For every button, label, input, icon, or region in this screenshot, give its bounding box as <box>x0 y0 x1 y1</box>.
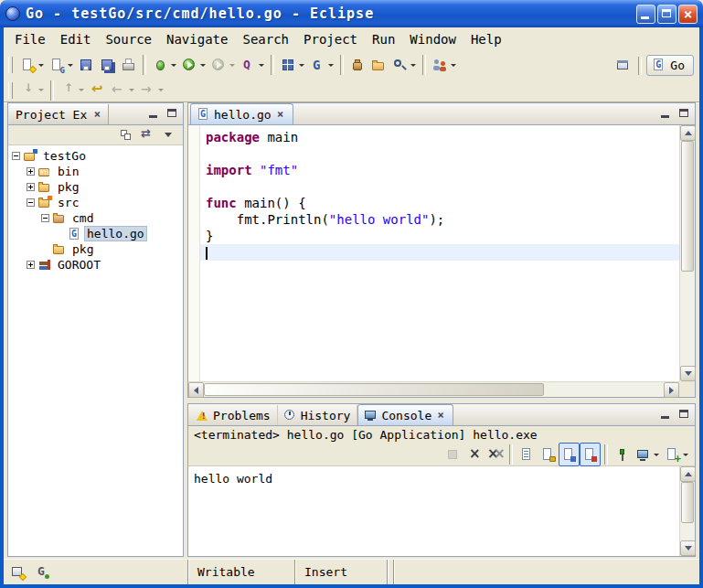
minimize-window-button[interactable] <box>636 5 655 24</box>
menu-navigate[interactable]: Navigate <box>159 30 235 48</box>
menu-search[interactable]: Search <box>235 30 296 48</box>
scroll-up-button[interactable] <box>680 125 696 141</box>
pin-console-button[interactable] <box>612 443 633 466</box>
clear-console-button[interactable] <box>517 443 538 466</box>
minimize-view-button[interactable] <box>658 408 674 422</box>
tree-expander[interactable] <box>27 261 35 269</box>
tree-item-src[interactable]: src <box>8 195 183 210</box>
code-line[interactable]: import "fmt" <box>200 162 679 178</box>
menu-window[interactable]: Window <box>402 30 463 48</box>
code-line[interactable] <box>200 178 679 195</box>
go-tools-button[interactable] <box>307 53 336 77</box>
tree-item-pkg[interactable]: pkg <box>8 179 183 195</box>
maximize-view-button[interactable] <box>676 107 692 121</box>
tree-expander[interactable] <box>41 214 49 222</box>
tree-expander[interactable] <box>27 183 35 191</box>
open-folder-button[interactable] <box>368 53 389 77</box>
explorer-tab-close-button[interactable] <box>91 108 102 121</box>
debug-button[interactable] <box>150 53 179 77</box>
save-all-button[interactable] <box>97 53 118 77</box>
fast-view-button[interactable] <box>7 561 28 584</box>
tab-close-button[interactable] <box>435 409 446 422</box>
scroll-right-button[interactable] <box>664 382 679 398</box>
tree-item-goroot[interactable]: GOROOT <box>8 257 183 273</box>
search-button[interactable] <box>389 53 419 77</box>
tree-item-cmd[interactable]: cmd <box>8 210 183 226</box>
maximize-view-button[interactable] <box>676 408 692 422</box>
scrollbar-track[interactable] <box>204 382 664 397</box>
print-button[interactable] <box>118 53 139 77</box>
minimize-view-button[interactable] <box>658 107 674 121</box>
last-edit-button[interactable] <box>87 79 108 102</box>
tab-hello-go[interactable]: hello.go <box>190 103 293 124</box>
scrollbar-thumb[interactable] <box>681 141 694 272</box>
title-bar[interactable]: Go - testGo/src/cmd/hello.go - Eclipse <box>0 0 703 27</box>
editor-vertical-scrollbar[interactable] <box>679 125 695 381</box>
show-stdout-button[interactable] <box>559 443 580 466</box>
tree-item-testgo[interactable]: testGo <box>8 148 183 164</box>
code-line[interactable] <box>200 145 679 162</box>
maximize-window-button[interactable] <box>657 5 676 24</box>
code-line[interactable]: package main <box>200 129 679 145</box>
toolbar-grip[interactable] <box>8 57 13 73</box>
code-line[interactable]: fmt.Println("hello world"); <box>200 211 679 228</box>
scrollbar-track[interactable] <box>680 482 695 540</box>
tab-problems[interactable]: Problems <box>190 405 278 425</box>
remove-all-button[interactable] <box>485 443 506 466</box>
explorer-view-tab[interactable]: Project Ex <box>10 104 109 124</box>
go-package-button[interactable] <box>278 53 307 77</box>
show-stderr-button[interactable] <box>580 443 601 466</box>
code-line[interactable] <box>200 244 679 261</box>
new-wizard-button[interactable] <box>17 53 47 77</box>
toolbar-grip[interactable] <box>8 82 13 99</box>
code-line[interactable]: } <box>200 228 679 244</box>
tree-expander[interactable] <box>27 167 35 176</box>
go-status-button[interactable] <box>32 561 53 584</box>
link-editor-button[interactable] <box>137 123 158 147</box>
minimize-view-button[interactable] <box>146 107 162 121</box>
run-button[interactable] <box>179 53 208 77</box>
view-menu-button[interactable] <box>158 123 179 147</box>
collapse-all-button[interactable] <box>116 123 137 147</box>
tree-expander[interactable] <box>27 198 35 207</box>
tree-expander[interactable] <box>12 152 20 160</box>
open-console-button[interactable] <box>662 443 691 466</box>
menu-source[interactable]: Source <box>98 30 159 48</box>
menu-help[interactable]: Help <box>463 30 509 48</box>
console-vertical-scrollbar[interactable] <box>679 466 695 556</box>
close-window-button[interactable] <box>678 5 698 24</box>
scroll-lock-button[interactable] <box>538 443 559 466</box>
coverage-button[interactable] <box>238 53 267 77</box>
tree-item-bin[interactable]: bin <box>8 164 183 179</box>
tab-history[interactable]: History <box>278 405 358 425</box>
annotation-ruler[interactable] <box>188 125 200 381</box>
scroll-left-button[interactable] <box>188 382 204 398</box>
scroll-down-button[interactable] <box>680 540 696 556</box>
scroll-up-button[interactable] <box>680 466 696 482</box>
maximize-view-button[interactable] <box>165 107 180 121</box>
open-perspective-button[interactable] <box>612 54 634 78</box>
project-tree[interactable]: testGobinpkgsrccmdhello.gopkgGOROOT <box>8 145 183 556</box>
save-button[interactable] <box>76 53 97 77</box>
editor-horizontal-scrollbar[interactable] <box>188 381 679 397</box>
tab-console[interactable]: Console <box>357 404 453 425</box>
tree-item-hello-go[interactable]: hello.go <box>8 226 183 241</box>
menu-file[interactable]: File <box>7 30 53 48</box>
scrollbar-thumb[interactable] <box>681 482 694 523</box>
display-selected-button[interactable] <box>633 443 662 466</box>
go-perspective-button[interactable]: Go <box>646 55 694 76</box>
console-output-text[interactable]: hello world <box>188 466 679 556</box>
scrollbar-thumb[interactable] <box>204 383 544 396</box>
jar-import-button[interactable] <box>347 53 368 77</box>
scroll-down-button[interactable] <box>680 366 696 381</box>
scrollbar-track[interactable] <box>680 141 695 366</box>
remove-launch-button[interactable] <box>463 443 485 466</box>
team-button[interactable] <box>430 53 459 77</box>
code-editor[interactable]: package main import "fmt" func main() { … <box>200 125 679 381</box>
menu-run[interactable]: Run <box>365 30 402 48</box>
menu-edit[interactable]: Edit <box>53 30 99 48</box>
tab-close-button[interactable] <box>275 108 286 121</box>
menu-project[interactable]: Project <box>296 30 365 48</box>
new-go-button[interactable] <box>47 53 76 77</box>
code-line[interactable]: func main() { <box>200 195 679 211</box>
